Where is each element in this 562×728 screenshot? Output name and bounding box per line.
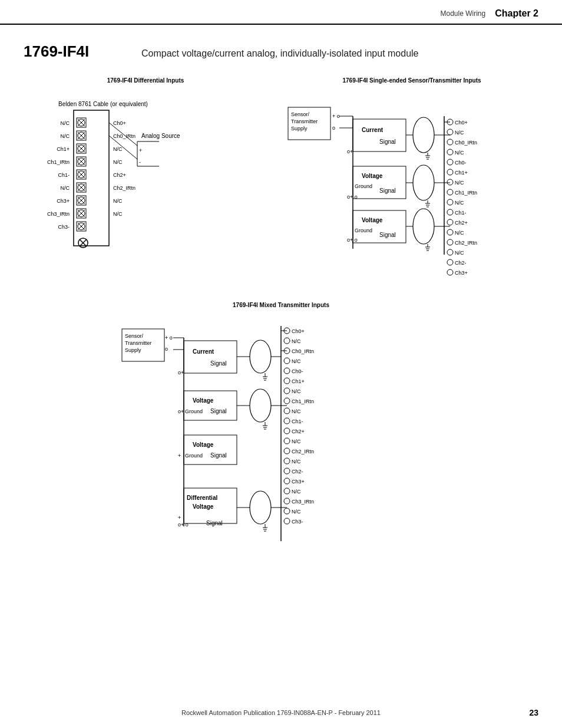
svg-text:Differential: Differential — [187, 495, 217, 501]
svg-point-225 — [284, 458, 290, 464]
svg-text:N/C: N/C — [455, 180, 464, 186]
svg-text:Ch1+: Ch1+ — [57, 146, 70, 152]
svg-text:o+: o+ — [178, 370, 184, 375]
svg-point-136 — [447, 239, 453, 245]
svg-text:Voltage: Voltage — [362, 173, 383, 179]
svg-text:N/C: N/C — [113, 198, 123, 204]
svg-point-201 — [284, 338, 290, 344]
svg-text:o+  o: o+ o — [347, 237, 358, 243]
diagrams-top: 1769-IF4I Differential Inputs Belden 876… — [24, 77, 538, 284]
svg-text:Ch2_IRtn: Ch2_IRtn — [455, 240, 477, 246]
svg-text:Ch3-: Ch3- — [292, 519, 303, 525]
svg-text:Ch3+: Ch3+ — [292, 479, 305, 485]
svg-text:N/C: N/C — [292, 338, 301, 344]
svg-point-233 — [284, 498, 290, 504]
svg-point-219 — [284, 428, 290, 434]
svg-text:Ch2_IRtn: Ch2_IRtn — [292, 449, 314, 454]
svg-text:o+: o+ — [178, 409, 184, 414]
svg-text:Voltage: Voltage — [193, 397, 214, 404]
svg-text:+: + — [139, 147, 142, 153]
single-ended-title: 1769-IF4I Single-ended Sensor/Transmitte… — [285, 77, 538, 84]
svg-text:Ch1_IRtn: Ch1_IRtn — [292, 398, 314, 404]
svg-text:Transmitter: Transmitter — [291, 118, 318, 124]
svg-point-217 — [284, 418, 290, 424]
svg-text:N/C: N/C — [61, 133, 70, 139]
svg-text:N/C: N/C — [292, 459, 301, 465]
svg-text:Sensor/: Sensor/ — [125, 333, 144, 339]
svg-rect-166 — [184, 435, 237, 465]
svg-text:+ o: + o — [332, 113, 340, 119]
footer-page-number: 23 — [529, 708, 538, 717]
svg-text:N/C: N/C — [113, 211, 123, 217]
svg-text:N/C: N/C — [292, 489, 301, 495]
svg-point-213 — [284, 398, 290, 404]
svg-point-229 — [284, 478, 290, 484]
svg-point-231 — [284, 488, 290, 494]
svg-text:Ch1+: Ch1+ — [455, 170, 468, 176]
model-description: Compact voltage/current analog, individu… — [141, 48, 419, 59]
svg-text:Transmitter: Transmitter — [125, 340, 151, 346]
svg-text:Sensor/: Sensor/ — [291, 111, 310, 117]
svg-text:Ch0_IRtn: Ch0_IRtn — [292, 348, 314, 354]
svg-text:N/C: N/C — [292, 409, 301, 414]
svg-point-227 — [284, 468, 290, 474]
svg-text:Ch2+: Ch2+ — [455, 220, 468, 226]
svg-point-134 — [447, 229, 453, 235]
svg-point-116 — [447, 139, 453, 145]
svg-text:Ground: Ground — [185, 409, 203, 414]
svg-text:-: - — [139, 159, 141, 165]
svg-text:Signal: Signal — [210, 408, 227, 414]
svg-point-130 — [447, 209, 453, 215]
svg-text:N/C: N/C — [455, 150, 464, 156]
svg-text:Ch3_IRtn: Ch3_IRtn — [292, 499, 314, 505]
svg-point-177 — [250, 340, 271, 373]
svg-text:N/C: N/C — [455, 200, 464, 206]
svg-point-184 — [250, 389, 271, 422]
svg-text:N/C: N/C — [113, 146, 123, 152]
svg-text:+ o: + o — [165, 335, 173, 341]
svg-point-114 — [447, 129, 453, 135]
svg-text:Ch3-: Ch3- — [58, 224, 70, 230]
svg-text:Analog Source: Analog Source — [141, 133, 180, 139]
svg-point-221 — [284, 438, 290, 444]
svg-text:N/C: N/C — [61, 185, 70, 191]
mixed-inputs-diagram: Sensor/ Transmitter Supply + o o Current… — [119, 314, 443, 562]
svg-point-140 — [447, 259, 453, 265]
svg-text:Ch1_IRtn: Ch1_IRtn — [455, 190, 477, 196]
svg-text:o+  o: o+ o — [347, 194, 358, 200]
svg-text:Ch1-: Ch1- — [455, 210, 467, 216]
page-header: Module Wiring Chapter 2 — [0, 0, 562, 25]
svg-text:Ch1_IRtn: Ch1_IRtn — [47, 159, 70, 165]
svg-text:Ch0-: Ch0- — [292, 368, 303, 374]
svg-text:N/C: N/C — [455, 250, 464, 256]
svg-text:Current: Current — [362, 127, 384, 133]
svg-point-118 — [447, 149, 453, 155]
svg-text:Ch2_IRtn: Ch2_IRtn — [113, 185, 135, 191]
svg-point-104 — [413, 209, 434, 244]
svg-text:+: + — [178, 453, 181, 459]
single-ended-section: 1769-IF4I Single-ended Sensor/Transmitte… — [285, 77, 538, 284]
svg-text:Voltage: Voltage — [362, 217, 383, 223]
svg-text:Ch0+: Ch0+ — [455, 120, 468, 126]
svg-text:Ch3+: Ch3+ — [455, 270, 468, 276]
svg-text:Ch0_IRtn: Ch0_IRtn — [113, 133, 135, 139]
svg-point-132 — [447, 219, 453, 225]
svg-point-207 — [284, 368, 290, 374]
svg-point-235 — [284, 508, 290, 514]
svg-text:Ch3+: Ch3+ — [57, 198, 70, 204]
svg-point-209 — [284, 378, 290, 384]
svg-text:Ch2-: Ch2- — [292, 469, 303, 475]
svg-text:N/C: N/C — [292, 388, 301, 394]
svg-text:Ch2-: Ch2- — [455, 260, 467, 266]
svg-text:+: + — [178, 515, 181, 521]
svg-text:o+: o+ — [347, 149, 353, 154]
svg-text:N/C: N/C — [292, 358, 301, 364]
header-section: Module Wiring — [441, 9, 486, 18]
svg-point-97 — [413, 165, 434, 200]
svg-point-126 — [447, 189, 453, 195]
svg-text:Supply: Supply — [125, 347, 141, 353]
svg-point-122 — [447, 169, 453, 175]
svg-text:Ground: Ground — [355, 228, 372, 233]
diff-inputs-diagram: Belden 8761 Cable (or equivalent) Analog… — [24, 90, 189, 278]
svg-rect-157 — [184, 341, 237, 373]
